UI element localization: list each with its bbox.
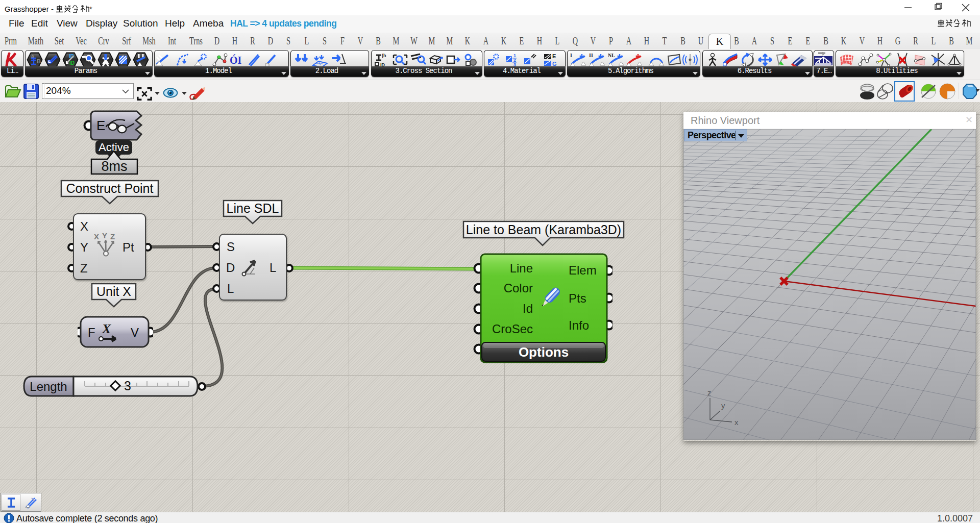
svg-text:I: I <box>570 53 572 58</box>
svg-text:Unit X: Unit X <box>96 284 131 298</box>
svg-text:F: F <box>88 326 95 339</box>
svg-text:Pts: Pts <box>569 291 586 305</box>
svg-text:(h: (h <box>382 53 386 58</box>
svg-text:E: E <box>552 53 556 59</box>
svg-text:ÓI: ÓI <box>230 54 242 66</box>
svg-text:Construct Point: Construct Point <box>66 181 154 195</box>
svg-text:3: 3 <box>124 379 131 393</box>
svg-text:V: V <box>131 326 139 339</box>
svg-text:Elem: Elem <box>569 263 597 277</box>
svg-text:z: z <box>707 388 712 397</box>
svg-text:NL: NL <box>608 53 615 58</box>
svg-text:E: E <box>96 118 105 133</box>
svg-text:CroSec: CroSec <box>492 322 533 336</box>
svg-text:y: y <box>721 401 725 410</box>
svg-text:X: X <box>94 232 99 241</box>
svg-text:Y: Y <box>102 232 107 240</box>
svg-text:Line: Line <box>510 261 533 275</box>
svg-text:Color: Color <box>504 281 533 295</box>
svg-text:B: B <box>37 58 41 64</box>
svg-text:Info: Info <box>569 318 589 332</box>
svg-text:Options: Options <box>519 344 569 360</box>
svg-text:x: x <box>734 418 739 427</box>
svg-text:ID: ID <box>69 60 75 66</box>
svg-text:Id: Id <box>523 302 533 315</box>
svg-text:II: II <box>589 53 593 58</box>
svg-text:8ms: 8ms <box>101 159 127 174</box>
svg-text:X: X <box>102 321 111 336</box>
svg-text:ID: ID <box>380 62 385 66</box>
svg-text:G: G <box>552 61 557 66</box>
svg-text:Length: Length <box>30 380 67 393</box>
svg-text:Z: Z <box>110 232 115 241</box>
svg-text:Line SDL: Line SDL <box>227 201 279 215</box>
svg-text:Line to Beam (Karamba3D): Line to Beam (Karamba3D) <box>466 222 621 237</box>
